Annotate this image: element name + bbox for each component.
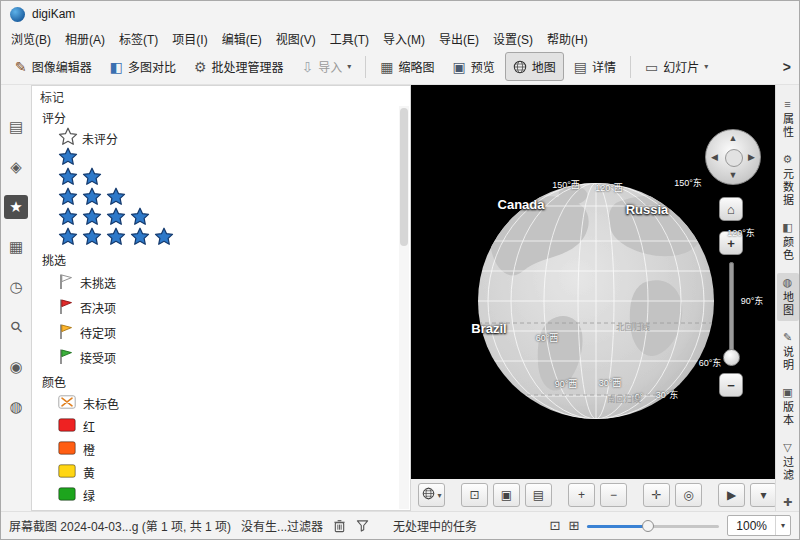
zoom-slider-handle[interactable] [723, 349, 740, 366]
sidebar-tab-search-icon[interactable]: ⚲ [4, 315, 28, 339]
dropdown-caret-icon: ▾ [438, 491, 442, 500]
map-coordinate-label: 30°东 [656, 388, 679, 401]
zoom-in-button[interactable]: + [568, 483, 595, 507]
rating-1-stars-item[interactable] [32, 148, 410, 168]
sidebar-tab-dates-icon[interactable]: ▦ [4, 235, 28, 259]
toolbar-button[interactable]: ▤详情 [566, 52, 624, 81]
home-button[interactable]: ⌂ [719, 197, 743, 221]
scrollbar-thumb[interactable] [400, 108, 408, 246]
pick-label-item[interactable]: 待定项 [32, 320, 410, 345]
more-options-button[interactable]: ▾ [750, 483, 777, 507]
color-label-item[interactable]: 未标色 [32, 392, 410, 415]
zoom-slider-knob[interactable] [642, 520, 654, 532]
sidebar-tab-timeline-icon[interactable]: ◷ [4, 275, 28, 299]
right-tab-label: 过滤 [780, 456, 796, 482]
toolbar-button-label: 地图 [532, 58, 556, 75]
color-label-item[interactable]: 红 [32, 415, 410, 438]
menu-item[interactable]: 浏览(B) [4, 28, 58, 49]
pick-label-item[interactable]: 未挑选 [32, 270, 410, 295]
target-icon: ◎ [683, 488, 693, 502]
zoom-out-button[interactable]: − [719, 373, 743, 397]
menu-item[interactable]: 导入(M) [376, 28, 432, 49]
pan-mode-button[interactable]: ✛ [643, 483, 670, 507]
rating-4-stars-item[interactable] [32, 208, 410, 228]
more-icon: ▾ [760, 488, 766, 502]
pan-up-icon[interactable]: ▲ [729, 134, 738, 143]
details-icon: ▤ [574, 60, 587, 74]
toolbar-overflow-button[interactable]: > [783, 59, 791, 75]
split-view-button[interactable]: ▣ [493, 483, 520, 507]
toolbar-button[interactable]: ▣预览 [445, 52, 503, 81]
color-section-items: 未标色红橙黄绿蓝 [32, 392, 410, 511]
rating-3-stars-item[interactable] [32, 188, 410, 208]
menu-item[interactable]: 视图(V) [269, 28, 323, 49]
star-icon [58, 207, 75, 229]
sidebar-tab-tags-icon[interactable]: ◈ [4, 155, 28, 179]
menu-item[interactable]: 工具(T) [323, 28, 376, 49]
center-map-button[interactable]: ◎ [675, 483, 702, 507]
color-label-item[interactable]: 绿 [32, 484, 410, 507]
right-tab-filters[interactable]: ▽过滤 [777, 438, 799, 486]
zoom-dropdown-caret-icon[interactable]: ▾ [776, 521, 790, 530]
menu-item[interactable]: 标签(T) [112, 28, 165, 49]
menu-item[interactable]: 帮助(H) [540, 28, 595, 49]
star-icon [58, 147, 75, 169]
trash-icon[interactable] [333, 519, 346, 533]
menu-item[interactable]: 设置(S) [486, 28, 540, 49]
right-tab-colors[interactable]: ◧颜色 [777, 218, 799, 266]
nav-center-knob[interactable] [725, 149, 743, 167]
color-section-header[interactable]: 颜色 [32, 370, 410, 392]
zoom-slider[interactable] [587, 518, 719, 534]
toolbar-button[interactable]: ◧多图对比 [102, 52, 184, 81]
toolbar-button-label: 缩略图 [399, 58, 435, 75]
color-label-item[interactable]: 黄 [32, 461, 410, 484]
rating-none-item[interactable]: 未评分 [32, 128, 410, 148]
sidebar-tab-albums-icon[interactable]: ▤ [4, 115, 28, 139]
thumbnails-on-map-button[interactable]: ▤ [525, 483, 552, 507]
flag-icon [58, 323, 73, 343]
zoom-level-select[interactable]: 100% ▾ [727, 515, 791, 536]
rating-2-stars-item[interactable] [32, 168, 410, 188]
pick-label-item[interactable]: 接受项 [32, 345, 410, 370]
zoom-out-button[interactable]: − [600, 483, 627, 507]
toolbar-button[interactable]: ⚙批处理管理器 [186, 52, 292, 81]
toolbar-button[interactable]: ▭幻灯片▾ [637, 52, 716, 81]
toolbar-button[interactable]: ✎图像编辑器 [7, 52, 100, 81]
pan-down-icon[interactable]: ▼ [729, 171, 738, 180]
menu-item[interactable]: 相册(A) [58, 28, 112, 49]
fit-window-button[interactable]: ⊡ [549, 518, 560, 533]
flag-icon [58, 348, 73, 368]
pick-label-item[interactable]: 否决项 [32, 295, 410, 320]
toolbar-button[interactable]: ⇩导入▾ [294, 52, 360, 81]
map-theme-button[interactable]: ▾ [418, 483, 445, 507]
right-tab-captions[interactable]: ✎说明 [777, 328, 799, 376]
rating-5-stars-item[interactable] [32, 228, 410, 248]
pan-left-icon[interactable]: ◀ [711, 153, 718, 162]
slideshow-icon: ▭ [645, 60, 658, 74]
panel-scrollbar[interactable] [399, 106, 409, 509]
toolbar-button[interactable]: ▦缩略图 [372, 52, 442, 81]
menu-item[interactable]: 项目(I) [165, 28, 214, 49]
sidebar-tab-labels-icon[interactable]: ★ [4, 195, 28, 219]
navigation-wheel[interactable]: ▲ ▼ ◀ ▶ [705, 129, 761, 185]
color-label: 橙 [83, 441, 95, 458]
select-mode-button[interactable]: ▶ [718, 483, 745, 507]
menu-item[interactable]: 导出(E) [432, 28, 486, 49]
map-canvas[interactable]: ▲ ▼ ◀ ▶ ⌂ + − CanadaRussiaBrazil150°西120… [411, 85, 777, 479]
right-tab-properties[interactable]: ≡属性 [777, 95, 799, 143]
right-tab-metadata[interactable]: ⚙元数据 [777, 150, 799, 211]
right-tab-versions[interactable]: ▣版本 [777, 383, 799, 431]
color-swatch-icon [58, 418, 76, 435]
zoom-actual-size-button[interactable]: ⊞ [568, 518, 579, 533]
toolbar-button[interactable]: 地图 [505, 52, 564, 81]
rating-section-header[interactable]: 评分 [32, 106, 410, 128]
select-region-button[interactable]: ⊡ [461, 483, 488, 507]
filter-funnel-icon[interactable] [356, 519, 369, 532]
right-tab-map[interactable]: ◍地图 [777, 273, 799, 321]
pan-right-icon[interactable]: ▶ [748, 153, 755, 162]
menu-item[interactable]: 编辑(E) [215, 28, 269, 49]
color-label-item[interactable]: 橙 [32, 438, 410, 461]
sidebar-tab-map-icon[interactable]: ◍ [4, 395, 28, 419]
sidebar-tab-similarity-icon[interactable]: ◉ [4, 355, 28, 379]
pick-section-header[interactable]: 挑选 [32, 248, 410, 270]
